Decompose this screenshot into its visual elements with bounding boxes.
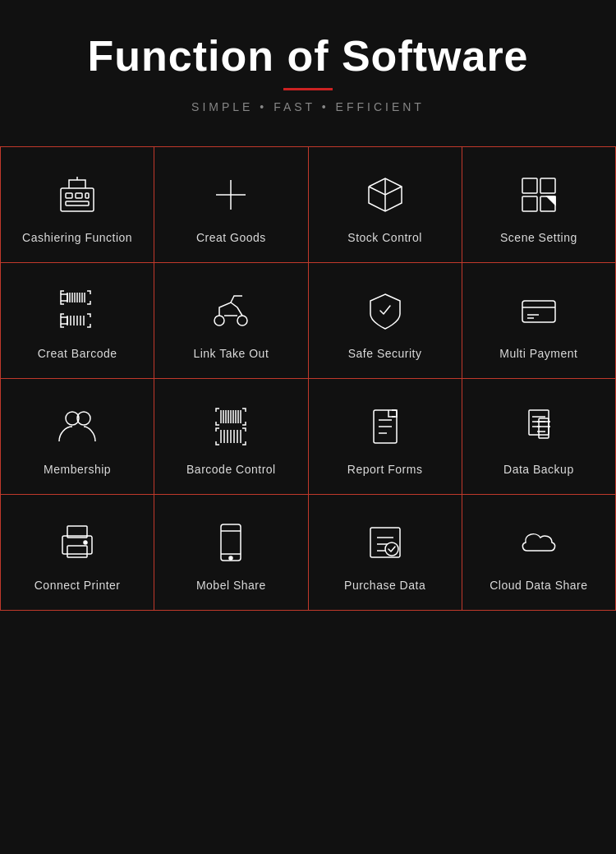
grid-cell-cloud-data-share[interactable]: Cloud Data Share xyxy=(462,495,616,611)
cell-label-link-take-out: Link Take Out xyxy=(193,347,269,360)
svg-rect-3 xyxy=(85,193,89,198)
grid-cell-link-take-out[interactable]: Link Take Out xyxy=(154,263,308,379)
svg-rect-1 xyxy=(66,193,72,198)
svg-point-79 xyxy=(385,542,398,556)
svg-marker-13 xyxy=(547,196,555,205)
svg-rect-0 xyxy=(61,188,94,211)
cell-label-purchase-data: Purchase Data xyxy=(344,579,425,592)
svg-point-74 xyxy=(229,556,232,560)
barcode-icon xyxy=(53,286,102,335)
report-icon xyxy=(361,402,410,451)
scene-icon xyxy=(514,170,563,219)
barcode2-icon xyxy=(206,402,255,451)
grid-cell-barcode-control[interactable]: Barcode Control xyxy=(154,379,308,495)
cell-label-scene-setting: Scene Setting xyxy=(500,231,577,244)
grid-cell-data-backup[interactable]: Data Backup xyxy=(462,379,616,495)
svg-rect-4 xyxy=(66,201,89,205)
svg-point-70 xyxy=(84,541,87,544)
cell-label-report-forms: Report Forms xyxy=(347,463,423,476)
person-icon xyxy=(53,402,102,451)
mobile-icon xyxy=(206,518,255,567)
svg-rect-9 xyxy=(522,178,537,193)
printer-icon xyxy=(53,518,102,567)
plus-icon xyxy=(206,170,255,219)
page-title: Function of Software xyxy=(16,33,600,80)
cell-label-multi-payment: Multi Payment xyxy=(499,347,577,360)
cell-label-data-backup: Data Backup xyxy=(503,463,574,476)
purchase-icon xyxy=(361,518,410,567)
cell-label-cloud-data-share: Cloud Data Share xyxy=(490,579,587,592)
svg-point-30 xyxy=(214,316,224,325)
grid-cell-creat-goods[interactable]: Creat Goods xyxy=(154,147,308,263)
cell-label-creat-goods: Creat Goods xyxy=(196,231,266,244)
grid-cell-stock-control[interactable]: Stock Control xyxy=(309,147,462,263)
svg-rect-23 xyxy=(61,317,67,324)
cell-label-connect-printer: Connect Printer xyxy=(34,579,121,592)
grid-cell-creat-barcode[interactable]: Creat Barcode xyxy=(1,263,154,379)
grid-cell-scene-setting[interactable]: Scene Setting xyxy=(462,147,616,263)
grid-cell-mobel-share[interactable]: Mobel Share xyxy=(154,495,308,611)
grid-cell-report-forms[interactable]: Report Forms xyxy=(309,379,462,495)
cell-label-safe-security: Safe Security xyxy=(348,347,422,360)
grid-cell-connect-printer[interactable]: Connect Printer xyxy=(1,495,154,611)
svg-rect-14 xyxy=(61,294,67,301)
svg-rect-11 xyxy=(522,196,537,211)
cell-label-creat-barcode: Creat Barcode xyxy=(38,347,117,360)
box-icon xyxy=(361,170,410,219)
svg-rect-68 xyxy=(67,546,87,557)
grid-cell-cashiering-function[interactable]: Cashiering Function xyxy=(1,147,154,263)
svg-rect-2 xyxy=(76,193,82,198)
card-icon xyxy=(514,286,563,335)
svg-rect-71 xyxy=(221,524,241,561)
title-underline xyxy=(283,88,333,90)
grid-cell-multi-payment[interactable]: Multi Payment xyxy=(462,263,616,379)
features-grid: Cashiering Function Creat Goods Stock Co… xyxy=(0,146,616,611)
grid-cell-safe-security[interactable]: Safe Security xyxy=(309,263,462,379)
svg-rect-33 xyxy=(522,301,555,322)
svg-rect-10 xyxy=(540,178,555,193)
shield-icon xyxy=(361,286,410,335)
grid-cell-membership[interactable]: Membership xyxy=(1,379,154,495)
backup-icon xyxy=(514,402,563,451)
register-icon xyxy=(53,170,102,219)
grid-cell-purchase-data[interactable]: Purchase Data xyxy=(309,495,462,611)
cell-label-mobel-share: Mobel Share xyxy=(196,579,266,592)
cell-label-barcode-control: Barcode Control xyxy=(186,463,276,476)
page-header: Function of Software SIMPLE • FAST • EFF… xyxy=(0,0,616,130)
scooter-icon xyxy=(206,286,255,335)
page-subtitle: SIMPLE • FAST • EFFICIENT xyxy=(16,100,600,113)
cell-label-stock-control: Stock Control xyxy=(347,231,422,244)
cell-label-cashiering-function: Cashiering Function xyxy=(22,231,132,244)
svg-point-31 xyxy=(237,316,247,325)
cell-label-membership: Membership xyxy=(44,463,111,476)
cloud-icon xyxy=(514,518,563,567)
